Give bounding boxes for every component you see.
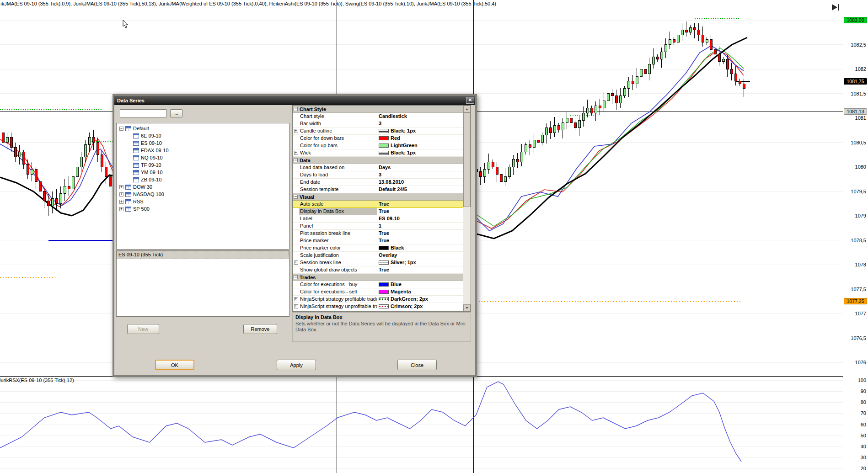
property-label[interactable]: Auto scale xyxy=(299,201,377,207)
collapse-icon[interactable]: − xyxy=(294,158,298,162)
property-label[interactable]: Panel xyxy=(299,223,377,229)
dialog-titlebar[interactable]: Data Series ✕ xyxy=(114,96,475,105)
property-row-scale-justification[interactable]: Scale justificationOverlay xyxy=(293,252,463,259)
property-value[interactable]: Crimson; 2px xyxy=(377,303,463,310)
property-label[interactable]: Color for down bars xyxy=(299,135,377,142)
collapse-icon[interactable]: − xyxy=(294,275,298,279)
scroll-thumb[interactable] xyxy=(463,112,471,207)
property-row-plot-session-break-line[interactable]: Plot session break lineTrue xyxy=(293,230,463,237)
new-button[interactable]: New xyxy=(127,324,159,334)
tree-item-rss[interactable]: +RSS xyxy=(117,198,289,205)
property-value[interactable]: Black xyxy=(377,244,463,251)
property-row-candle-outline[interactable]: +Candle outlineBlack; 1px xyxy=(293,128,463,135)
tree-item-sp-500[interactable]: +SP 500 xyxy=(117,205,289,213)
ok-button[interactable]: OK xyxy=(155,360,194,370)
property-row-chart-style[interactable]: Chart styleCandlestick xyxy=(293,113,463,120)
expand-icon[interactable]: + xyxy=(119,207,123,211)
property-label[interactable]: Label xyxy=(299,215,377,222)
property-label[interactable]: Session template xyxy=(299,186,377,193)
expand-icon[interactable]: + xyxy=(119,185,123,189)
property-label[interactable]: NinjaScript strategy profitable trades xyxy=(299,296,377,303)
collapse-icon[interactable]: − xyxy=(294,195,298,199)
price-axis[interactable]: 1083,001082,510821081,751081,51081,13108… xyxy=(843,0,868,473)
collapse-icon[interactable]: − xyxy=(294,107,298,111)
property-value[interactable]: Days xyxy=(377,164,463,171)
property-value[interactable]: 3 xyxy=(377,171,463,178)
property-row-display-in-data-box[interactable]: Display in Data BoxTrue xyxy=(293,208,463,215)
property-row-auto-scale[interactable]: Auto scaleTrue xyxy=(293,201,463,208)
property-row-ninjascript-strategy-profitable-trades[interactable]: +NinjaScript strategy profitable tradesD… xyxy=(293,296,463,303)
expand-icon[interactable]: + xyxy=(294,297,298,301)
tree-item-zb-09-10[interactable]: ZB 09-10 xyxy=(117,176,289,183)
property-label[interactable]: Show global draw objects xyxy=(299,266,377,273)
property-value[interactable]: ES 09-10 xyxy=(377,215,463,222)
property-category[interactable]: −Trades xyxy=(293,274,463,281)
property-value[interactable]: True xyxy=(377,266,463,273)
property-label[interactable]: Plot session break line xyxy=(299,230,377,237)
expand-icon[interactable]: + xyxy=(294,260,298,265)
collapse-icon[interactable]: − xyxy=(119,127,123,131)
property-row-color-for-up-bars[interactable]: Color for up barsLightGreen xyxy=(293,142,463,149)
property-category[interactable]: −Visual xyxy=(293,193,463,201)
browse-button[interactable]: ... xyxy=(170,109,182,117)
property-value[interactable]: DarkGreen; 2px xyxy=(377,296,463,303)
property-label[interactable]: Candle outline xyxy=(299,128,377,134)
series-list[interactable]: ES 09-10 (355 Tick) xyxy=(116,250,289,317)
property-label[interactable]: Color for executions - sell xyxy=(299,288,377,295)
property-value[interactable]: Silver; 1px xyxy=(377,259,463,266)
property-value[interactable]: Black; 1px xyxy=(377,128,463,134)
property-row-session-break-line[interactable]: +Session break lineSilver; 1px xyxy=(293,259,463,266)
property-category[interactable]: −Chart Style xyxy=(293,106,463,113)
property-label[interactable]: Color for up bars xyxy=(299,142,377,149)
property-value[interactable]: 13.08.2010 xyxy=(377,179,463,186)
tree-item-nq-09-10[interactable]: NQ 09-10 xyxy=(117,154,289,161)
property-label[interactable]: Bar width xyxy=(299,120,377,127)
property-value[interactable]: Default 24/5 xyxy=(377,186,463,193)
expand-icon[interactable]: + xyxy=(294,129,298,133)
instrument-search-input[interactable] xyxy=(120,109,166,117)
property-label[interactable]: End date xyxy=(299,179,377,186)
property-value[interactable]: True xyxy=(377,237,463,244)
tree-item-default[interactable]: −Default xyxy=(117,125,289,132)
property-value[interactable]: True xyxy=(377,201,463,207)
scroll-down-icon[interactable]: ▼ xyxy=(463,304,471,311)
property-value[interactable]: 3 xyxy=(377,120,463,127)
property-label[interactable]: Session break line xyxy=(299,259,377,266)
property-value[interactable]: Black; 1px xyxy=(377,149,463,156)
property-row-label[interactable]: LabelES 09-10 xyxy=(293,215,463,223)
property-row-color-for-executions-buy[interactable]: Color for executions - buyBlue xyxy=(293,281,463,288)
property-row-price-marker[interactable]: Price markerTrue xyxy=(293,237,463,244)
property-label[interactable]: Chart style xyxy=(299,113,377,120)
property-value[interactable]: 1 xyxy=(377,223,463,229)
tree-item-es-09-10[interactable]: ES 09-10 xyxy=(117,139,289,147)
property-row-load-data-based-on[interactable]: Load data based onDays xyxy=(293,164,463,171)
property-row-wick[interactable]: +WickBlack; 1px xyxy=(293,149,463,157)
tree-item-tf-09-10[interactable]: TF 09-10 xyxy=(117,161,289,169)
apply-button[interactable]: Apply xyxy=(277,360,316,370)
expand-icon[interactable]: + xyxy=(119,200,123,204)
property-label[interactable]: Color for executions - buy xyxy=(299,281,377,288)
property-value[interactable]: True xyxy=(377,208,463,215)
property-value[interactable]: Candlestick xyxy=(377,113,463,120)
property-row-panel[interactable]: Panel1 xyxy=(293,223,463,230)
property-label[interactable]: Price marker color xyxy=(299,244,377,251)
property-grid-scrollbar[interactable]: ▲ ▼ xyxy=(463,106,471,311)
property-row-days-to-load[interactable]: Days to load3 xyxy=(293,171,463,179)
property-label[interactable]: Load data based on xyxy=(299,164,377,171)
property-row-end-date[interactable]: End date13.08.2010 xyxy=(293,179,463,186)
property-row-ninjascript-strategy-unprofitable-trades[interactable]: +NinjaScript strategy unprofitable trade… xyxy=(293,303,463,310)
tree-item-nasdaq-100[interactable]: +NASDAQ 100 xyxy=(117,191,289,198)
property-label[interactable]: Days to load xyxy=(299,171,377,178)
property-row-bar-width[interactable]: Bar width3 xyxy=(293,120,463,128)
property-value[interactable]: Magenta xyxy=(377,288,463,295)
tree-item-fdax-09-10[interactable]: FDAX 09-10 xyxy=(117,147,289,154)
remove-button[interactable]: Remove xyxy=(243,324,277,334)
property-row-color-for-down-bars[interactable]: Color for down barsRed xyxy=(293,135,463,142)
expand-icon[interactable]: + xyxy=(294,304,298,308)
tree-item-dow-30[interactable]: +DOW 30 xyxy=(117,183,289,191)
tree-item-6e-09-10[interactable]: 6E 09-10 xyxy=(117,132,289,139)
property-value[interactable]: Red xyxy=(377,135,463,142)
close-icon[interactable]: ✕ xyxy=(466,97,474,104)
property-label[interactable]: Price marker xyxy=(299,237,377,244)
property-value[interactable]: LightGreen xyxy=(377,142,463,149)
